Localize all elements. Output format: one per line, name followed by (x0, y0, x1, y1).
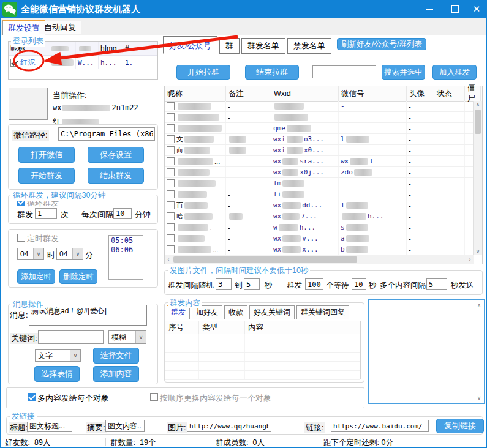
minimize-button[interactable] (420, 0, 439, 18)
add-timer-button[interactable]: 添加定时 (17, 269, 55, 284)
multi-content-checkbox[interactable] (28, 393, 36, 401)
pic-multi-interval-input[interactable] (426, 278, 447, 290)
row-checkbox[interactable] (167, 223, 175, 231)
link-url-input[interactable] (331, 420, 429, 432)
schedule-checkbox[interactable] (17, 234, 25, 242)
copy-link-button[interactable]: 复制链接 (436, 419, 484, 433)
pic-batch-input[interactable] (305, 278, 323, 290)
table-row[interactable]: fm-- (165, 178, 474, 189)
row-checkbox[interactable] (167, 234, 175, 242)
tab-friend-keyword[interactable]: 好友关键词 (249, 305, 295, 319)
table-row[interactable]: --- (165, 112, 474, 123)
row-checkbox[interactable] (167, 102, 175, 110)
select-file-button[interactable]: 选择文件 (93, 348, 139, 364)
close-button[interactable]: ✕ (467, 0, 486, 18)
scroll-up-icon[interactable]: ∧ (475, 302, 483, 308)
minute-select[interactable]: 04∨ (56, 248, 83, 260)
tab-ban-list[interactable]: 禁发名单 (287, 38, 331, 54)
refresh-list-button[interactable]: 刷新好友/公众号/群列表 (337, 38, 426, 50)
horizontal-scrollbar[interactable]: ‹ › (165, 255, 474, 264)
row-checkbox[interactable] (167, 179, 175, 187)
link-title-input[interactable] (27, 420, 72, 432)
pic-wait-input[interactable] (352, 278, 366, 290)
table-row[interactable] (165, 343, 360, 353)
table-row[interactable]: wxx0j...zdo- (165, 167, 474, 178)
delete-timer-button[interactable]: 删除定时 (59, 269, 97, 284)
save-settings-button[interactable]: 保存设置 (88, 147, 144, 163)
timer-entry[interactable]: 06:06 (111, 245, 141, 255)
row-checkbox[interactable] (167, 212, 175, 220)
row-checkbox[interactable] (167, 157, 175, 165)
tab-groups[interactable]: 群 (219, 38, 240, 54)
friend-col-header[interactable]: 状态 (434, 86, 465, 101)
table-row[interactable]: .-wh...s- (165, 222, 474, 233)
sequential-label[interactable]: 按顺序更换内容发给每一个对象 (160, 393, 271, 404)
wechat-path-input[interactable] (58, 127, 155, 141)
content-col-header[interactable]: 类型 (199, 321, 245, 334)
start-pull-group-button[interactable]: 开始拉群 (176, 65, 230, 80)
timer-list[interactable]: 05:0506:06 (108, 235, 143, 280)
pic-min-input[interactable] (216, 278, 232, 290)
table-row[interactable]: ...wxsra...wxt- (165, 156, 474, 167)
row-checkbox[interactable] (167, 190, 175, 198)
pic-max-input[interactable] (244, 278, 260, 290)
tab-send-list[interactable]: 群发名单 (241, 38, 285, 54)
start-mass-send-button[interactable]: 开始群发 (18, 168, 75, 184)
link-image-input[interactable] (187, 420, 271, 432)
open-wechat-button[interactable]: 打开微信 (18, 147, 75, 163)
table-row[interactable]: qme-- (165, 123, 474, 134)
interval-input[interactable] (113, 208, 132, 219)
scrollbar-thumb[interactable] (173, 256, 357, 263)
sequential-checkbox[interactable] (150, 393, 158, 401)
message-textarea[interactable]: 测试消息ad！@#[爱心] (29, 305, 147, 326)
friend-col-header[interactable]: 昵称 (165, 86, 226, 101)
row-checkbox[interactable] (167, 146, 175, 154)
row-checkbox[interactable] (167, 113, 175, 121)
join-mass-send-button[interactable]: 加入群发 (432, 65, 477, 80)
scroll-down-icon[interactable]: ∨ (474, 248, 482, 255)
maximize-button[interactable] (446, 0, 464, 18)
content-type-select[interactable]: 文字∨ (35, 349, 81, 362)
tab-group-keyword-reply[interactable]: 群关键词回复 (296, 305, 349, 319)
search-input[interactable] (312, 65, 376, 78)
friend-col-header[interactable]: Wxid (271, 86, 339, 101)
scroll-down-icon[interactable]: ∨ (475, 395, 483, 401)
scrollbar-thumb[interactable] (475, 110, 481, 134)
table-row[interactable] (165, 353, 360, 362)
row-checkbox[interactable] (167, 245, 175, 253)
content-col-header[interactable]: 序号 (165, 321, 199, 334)
table-row[interactable]: 百-wxdd...I- (165, 200, 474, 211)
keyword-input[interactable] (38, 330, 104, 344)
row-checkbox[interactable] (167, 135, 175, 143)
hour-select[interactable]: 04∨ (17, 248, 44, 260)
match-mode-select[interactable]: 模糊∨ (108, 330, 146, 344)
row-checkbox[interactable] (167, 201, 175, 209)
table-row[interactable]: 而wxix0...-- (165, 145, 474, 156)
send-count-input[interactable] (35, 208, 57, 219)
end-pull-group-button[interactable]: 结束拉群 (245, 65, 299, 80)
content-col-header[interactable]: 内容 (245, 321, 360, 334)
schedule-checkbox-label[interactable]: 定时群发 (27, 233, 59, 244)
add-content-button[interactable]: 添加内容 (93, 366, 139, 382)
multi-content-label[interactable]: 多内容发给每个对象 (37, 393, 109, 404)
friend-col-header[interactable]: 头像 (407, 86, 434, 101)
friend-col-header[interactable]: 微信号 (339, 86, 407, 101)
tab-friends-official[interactable]: 好友/公众号 (163, 36, 217, 54)
scroll-left-icon[interactable]: ‹ (165, 255, 172, 264)
table-row[interactable]: 哈wx7...h...- (165, 211, 474, 222)
search-select-button[interactable]: 搜索并选中 (382, 65, 425, 80)
scroll-up-icon[interactable]: ∧ (474, 101, 482, 108)
timer-entry[interactable]: 05:05 (111, 236, 141, 245)
table-row[interactable] (165, 362, 360, 371)
friend-col-header[interactable]: 备注 (226, 86, 271, 101)
table-row[interactable]: -fi-- (165, 189, 474, 200)
table-row[interactable]: -wxv...a- (165, 233, 474, 244)
table-row[interactable] (165, 371, 360, 380)
end-mass-send-button[interactable]: 结束群发 (88, 168, 144, 184)
tab-collect-payment[interactable]: 收款 (224, 305, 247, 319)
row-checkbox[interactable] (167, 168, 175, 176)
vertical-scrollbar[interactable]: ∧ ∨ (473, 101, 482, 255)
scroll-right-icon[interactable]: › (466, 255, 474, 264)
select-emoji-button[interactable]: 选择表情 (34, 366, 80, 382)
table-row[interactable] (165, 334, 360, 343)
